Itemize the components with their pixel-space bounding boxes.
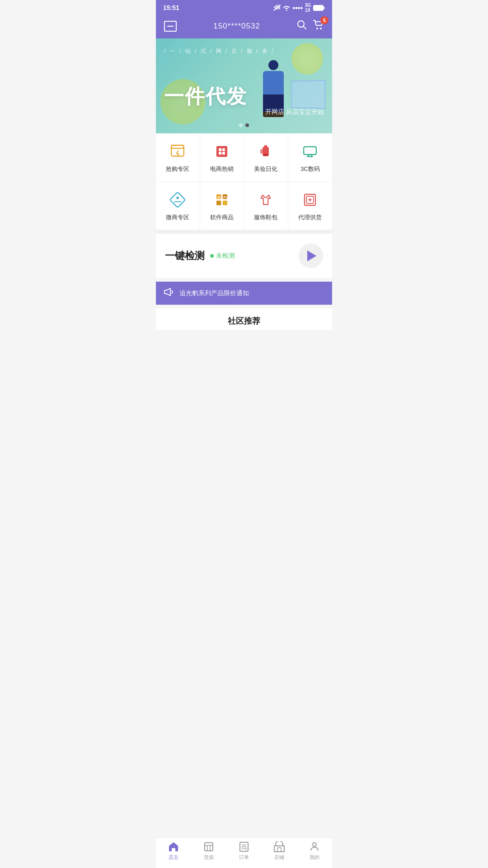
svg-rect-9 <box>216 146 227 157</box>
svg-point-24 <box>177 197 179 199</box>
svg-rect-12 <box>219 152 221 155</box>
mute-icon <box>273 5 281 11</box>
ecommerce-icon <box>212 142 232 161</box>
category-digital[interactable]: 3C数码 <box>288 133 333 182</box>
banner-main-text: 一件代发 <box>164 83 247 110</box>
banner-dot-2[interactable] <box>245 123 249 127</box>
detection-title: 一键检测 <box>165 249 205 263</box>
search-button[interactable] <box>297 20 307 32</box>
banner-screen <box>291 80 325 109</box>
detection-info: 一键检测 未检测 <box>165 249 235 263</box>
category-grid: 抢购专区 电商热销 美妆日化 <box>156 133 332 234</box>
banner-tag: / 一 / 站 / 式 / 网 / 店 / 服 / 务 / <box>164 47 274 55</box>
flash-sale-label: 抢购专区 <box>166 165 189 173</box>
community-section: 社区推荐 <box>156 308 332 330</box>
announcement-icon <box>164 288 174 298</box>
announcement-bar[interactable]: 追光豹系列产品限价通知 <box>156 282 332 305</box>
software-label: 软件商品 <box>210 213 234 222</box>
svg-rect-17 <box>260 149 263 154</box>
detection-section: 一键检测 未检测 <box>156 234 332 278</box>
scan-line-icon <box>167 26 174 27</box>
supply-icon <box>300 190 320 210</box>
banner-circle-right <box>291 43 323 75</box>
header-actions: 5 <box>297 20 324 32</box>
wechat-label: 微商专区 <box>166 213 189 222</box>
category-fashion[interactable]: 服饰鞋包 <box>244 182 288 230</box>
svg-rect-11 <box>222 148 225 151</box>
category-software[interactable]: W Ps 软件商品 <box>200 182 244 230</box>
scan-button[interactable] <box>164 21 177 32</box>
status-time: 15:51 <box>163 4 179 11</box>
svg-text:W: W <box>217 195 221 199</box>
svg-rect-10 <box>219 148 221 151</box>
fashion-label: 服饰鞋包 <box>254 213 277 222</box>
svg-rect-8 <box>171 145 184 148</box>
banner-sub-text: 开网店 从店宝宝开始 <box>265 108 324 116</box>
category-supply[interactable]: 代理供货 <box>288 182 333 230</box>
status-icons: ●●●● 3G1X <box>273 3 325 13</box>
category-ecommerce[interactable]: 电商热销 <box>200 133 244 182</box>
svg-rect-18 <box>304 147 316 155</box>
hero-banner[interactable]: / 一 / 站 / 式 / 网 / 店 / 服 / 务 / 一件代发 开网店 从… <box>156 38 332 133</box>
svg-point-5 <box>316 28 318 29</box>
header-title: 150****0532 <box>213 22 260 31</box>
wifi-icon <box>283 5 290 11</box>
svg-rect-23 <box>170 192 185 208</box>
wechat-icon <box>168 190 188 210</box>
battery-icon <box>313 5 325 11</box>
detection-play-button[interactable] <box>299 244 323 268</box>
software-icon: W Ps <box>212 190 232 210</box>
svg-rect-13 <box>222 152 225 155</box>
status-bar: 15:51 ●●●● 3G1X <box>156 0 332 15</box>
digital-label: 3C数码 <box>300 165 320 173</box>
network-type: 3G1X <box>305 3 311 13</box>
search-icon <box>297 20 307 30</box>
svg-rect-16 <box>263 154 268 156</box>
detection-status-text: 未检测 <box>216 252 235 260</box>
detection-status-dot <box>210 254 214 258</box>
digital-icon <box>300 142 320 161</box>
beauty-label: 美妆日化 <box>254 165 277 173</box>
beauty-icon <box>256 142 276 161</box>
detection-status: 未检测 <box>210 252 235 260</box>
community-title: 社区推荐 <box>165 316 323 326</box>
cart-badge: 5 <box>320 16 328 24</box>
svg-rect-1 <box>314 5 324 10</box>
svg-rect-31 <box>222 201 227 205</box>
category-wechat[interactable]: 微商专区 <box>156 182 200 230</box>
svg-rect-30 <box>216 201 221 205</box>
app-header: 150****0532 5 <box>156 15 332 38</box>
banner-dots <box>239 123 249 127</box>
play-icon <box>307 250 316 261</box>
flash-sale-icon <box>168 142 188 161</box>
svg-text:Ps: Ps <box>223 195 228 199</box>
cart-button[interactable]: 5 <box>313 20 324 32</box>
svg-point-6 <box>320 28 322 29</box>
signal-dots: ●●●● <box>292 5 303 10</box>
category-flash-sale[interactable]: 抢购专区 <box>156 133 200 182</box>
category-beauty[interactable]: 美妆日化 <box>244 133 288 182</box>
svg-line-4 <box>304 27 306 29</box>
svg-rect-7 <box>171 145 184 156</box>
banner-dot-1[interactable] <box>239 123 243 127</box>
fashion-icon <box>256 190 276 210</box>
supply-label: 代理供货 <box>298 213 322 222</box>
announcement-text: 追光豹系列产品限价通知 <box>179 289 249 297</box>
svg-rect-2 <box>324 6 325 9</box>
ecommerce-label: 电商热销 <box>210 165 234 173</box>
svg-rect-15 <box>264 145 267 147</box>
